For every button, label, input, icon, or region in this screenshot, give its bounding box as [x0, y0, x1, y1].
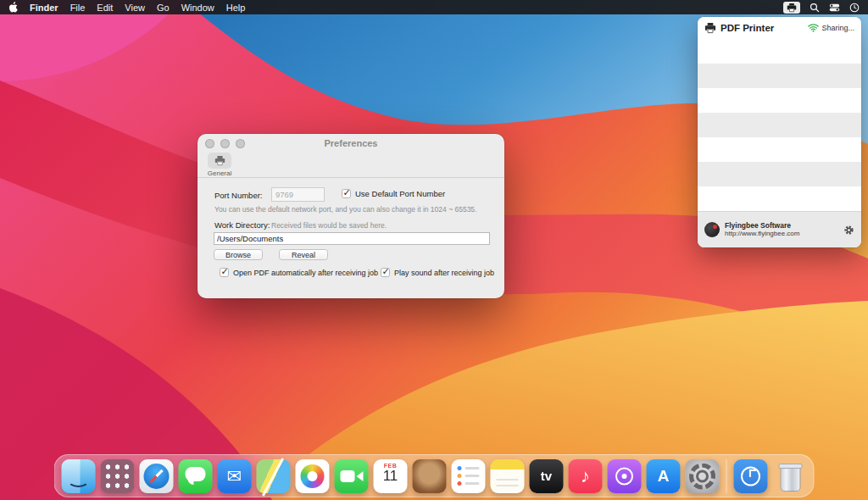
general-printer-icon: [214, 155, 225, 166]
clock-icon[interactable]: [849, 2, 860, 14]
calendar-day: 11: [383, 469, 398, 483]
popover-header: PDF Printer Sharing...: [698, 17, 861, 39]
dock-messages-icon[interactable]: [179, 459, 213, 493]
menu-item-edit[interactable]: Edit: [97, 3, 113, 13]
dock-podcasts-icon[interactable]: [608, 459, 642, 493]
port-help-text: You can use the default network port, an…: [214, 205, 476, 214]
dock-facetime-icon[interactable]: [335, 459, 369, 493]
dock-trash-icon[interactable]: [773, 459, 807, 493]
job-row: [698, 137, 861, 162]
dock: FEB11tvA: [54, 454, 815, 497]
work-directory-input[interactable]: [214, 232, 490, 245]
port-number-field[interactable]: [271, 187, 325, 202]
popover-title: PDF Printer: [721, 23, 774, 33]
open-pdf-label: Open PDF automatically after receiving j…: [233, 269, 378, 277]
footer-company: Flyingbee Software: [725, 221, 799, 231]
footer-url-link[interactable]: http://www.flyingbee.com: [725, 230, 799, 238]
preferences-toolbar: General: [198, 153, 504, 178]
pdf-printer-popover: PDF Printer Sharing... Flyingbee Softwar…: [698, 17, 861, 247]
dock-contacts-icon[interactable]: [413, 459, 447, 493]
use-default-port-label: Use Default Port Number: [355, 189, 445, 198]
search-icon[interactable]: [810, 2, 820, 14]
menu-item-file[interactable]: File: [70, 3, 86, 13]
job-row: [698, 113, 861, 137]
dock-tv-icon[interactable]: tv: [530, 459, 564, 493]
tab-general[interactable]: General: [205, 153, 234, 177]
settings-gear-button[interactable]: [843, 225, 854, 236]
play-sound-label: Play sound after receiving job: [394, 269, 494, 277]
apple-icon: [8, 2, 18, 13]
checkbox-check-icon: [381, 268, 390, 277]
sharing-status[interactable]: Sharing...: [808, 24, 854, 32]
printer-icon: [704, 22, 716, 34]
wifi-icon: [808, 24, 819, 32]
job-row: [698, 64, 861, 88]
dock-music-icon[interactable]: [569, 459, 603, 493]
dock-safari-icon[interactable]: [140, 459, 174, 493]
tab-general-label: General: [208, 169, 231, 177]
menu-items: FinderFileEditViewGoWindowHelp: [30, 3, 245, 13]
dock-launchpad-icon[interactable]: [101, 459, 135, 493]
dock-system-preferences-icon[interactable]: [686, 459, 720, 493]
work-directory-label: Work Directory:: [214, 220, 270, 230]
menu-item-finder[interactable]: Finder: [30, 3, 58, 13]
dock-notes-icon[interactable]: [491, 459, 525, 493]
dock-finder-icon[interactable]: [62, 459, 96, 493]
status-icons: [783, 2, 860, 14]
browse-button[interactable]: Browse: [214, 249, 263, 260]
dock-separator: [726, 459, 727, 493]
flyingbee-logo-icon: [704, 222, 720, 237]
dock-downloads-icon[interactable]: [734, 459, 768, 493]
menu-item-go[interactable]: Go: [157, 3, 170, 13]
dock-maps-icon[interactable]: [257, 459, 291, 493]
apple-menu[interactable]: [8, 2, 18, 13]
menu-bar: FinderFileEditViewGoWindowHelp: [0, 0, 868, 14]
checkbox-check-icon: [342, 189, 351, 198]
dock-photos-icon[interactable]: [296, 459, 330, 493]
job-row: [698, 186, 861, 211]
dock-reminders-icon[interactable]: [452, 459, 486, 493]
use-default-port-checkbox[interactable]: Use Default Port Number: [342, 189, 445, 198]
reveal-button[interactable]: Reveal: [279, 249, 328, 260]
job-row: [698, 39, 861, 64]
dock-app-store-icon[interactable]: A: [647, 459, 681, 493]
play-sound-checkbox[interactable]: Play sound after receiving job: [381, 268, 494, 277]
preferences-window: Preferences General Port Number: Use Def…: [198, 134, 504, 298]
window-title: Preferences: [198, 138, 504, 148]
menu-item-help[interactable]: Help: [226, 3, 246, 13]
dock-mail-icon[interactable]: [218, 459, 252, 493]
gear-icon: [843, 225, 854, 236]
dock-calendar-icon[interactable]: FEB11: [374, 459, 408, 493]
port-number-label: Port Number:: [214, 191, 263, 200]
app-store-glyph: A: [647, 459, 681, 493]
preferences-content: Port Number: Use Default Port Number You…: [198, 178, 504, 298]
work-directory-hint: Received files would be saved here.: [271, 221, 387, 230]
pdf-printer-menubar-icon[interactable]: [783, 2, 800, 14]
menu-item-window[interactable]: Window: [181, 3, 214, 13]
job-row: [698, 162, 861, 186]
sharing-label: Sharing...: [821, 24, 854, 32]
checkbox-check-icon: [220, 268, 229, 277]
popover-footer: Flyingbee Software http://www.flyingbee.…: [698, 211, 861, 247]
job-list[interactable]: [698, 39, 861, 211]
tv-glyph: tv: [530, 459, 564, 493]
control-center-icon[interactable]: [829, 2, 840, 14]
titlebar: Preferences: [198, 134, 504, 153]
menu-item-view[interactable]: View: [125, 3, 145, 13]
open-pdf-checkbox[interactable]: Open PDF automatically after receiving j…: [220, 268, 378, 277]
job-row: [698, 88, 861, 113]
